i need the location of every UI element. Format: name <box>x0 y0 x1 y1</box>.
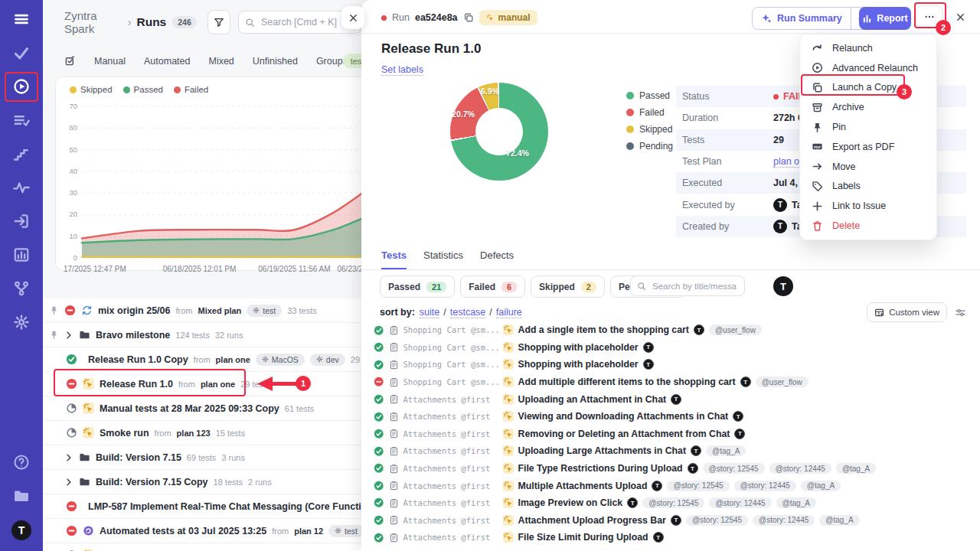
run-plan-link[interactable]: plan 12 <box>294 527 323 536</box>
tab-defects[interactable]: Defects <box>480 249 514 269</box>
sidebar-item-steps[interactable] <box>13 145 30 162</box>
run-from-label: from <box>194 355 211 364</box>
run-row[interactable]: LMP-587 Implement Real-Time Chat Messagi… <box>43 494 361 519</box>
manual-test-icon <box>503 532 514 543</box>
run-from-label: from <box>155 429 172 438</box>
sidebar-item-bar-chart[interactable] <box>13 246 30 263</box>
run-row[interactable]: Build: Version 7.15 Copy18 tests2 runs <box>43 470 361 494</box>
filter-button[interactable] <box>207 10 230 34</box>
close-detail-button[interactable] <box>951 8 969 26</box>
run-summary-button-group[interactable]: Run Summary <box>752 7 875 30</box>
test-row[interactable]: Attachments @firstFile Size Limit During… <box>374 529 974 546</box>
clipboard-icon <box>389 342 399 352</box>
copy-run-id-icon[interactable] <box>463 12 474 23</box>
test-row[interactable]: Attachments @firstUploading an Attachmen… <box>374 390 974 408</box>
sort-by-failure[interactable]: failure <box>496 307 522 318</box>
assignee-filter-avatar[interactable]: T <box>773 276 793 296</box>
test-row[interactable]: Attachments @firstUploading Large Attach… <box>374 442 974 460</box>
filter-passed[interactable]: Passed21 <box>380 276 455 298</box>
menu-item-delete[interactable]: Delete <box>800 216 936 236</box>
report-button[interactable]: Report <box>859 7 911 30</box>
menu-item-pin[interactable]: Pin <box>800 117 936 137</box>
sidebar-item-folder-fill[interactable] <box>13 487 30 504</box>
minus-circle-icon <box>64 305 76 316</box>
chevron-right-icon[interactable] <box>64 478 74 487</box>
test-suite: Attachments @first <box>403 498 498 507</box>
run-row[interactable]: mix origin 25/06fromMixed plantest33 tes… <box>43 298 361 323</box>
tab-automated[interactable]: Automated <box>144 56 190 67</box>
custom-view-button[interactable]: Custom view <box>867 302 947 322</box>
breadcrumb-project[interactable]: Zyntra Spark <box>64 9 122 35</box>
menu-item-archive[interactable]: Archive <box>800 97 936 117</box>
test-row[interactable]: Attachments @firstFile Type Restrictions… <box>374 460 974 478</box>
test-row[interactable]: Shopping Cart @sm...Add multiple differe… <box>374 373 974 391</box>
sort-by-suite[interactable]: suite <box>420 307 439 318</box>
menu-icon[interactable] <box>13 11 30 28</box>
menu-item-move[interactable]: Move <box>800 157 936 177</box>
menu-item-export-as-pdf[interactable]: PDFExport as PDF <box>800 137 936 157</box>
filter-skipped[interactable]: Skipped2 <box>531 276 605 298</box>
menu-item-labels[interactable]: Labels <box>800 177 936 197</box>
sidebar-item-help[interactable] <box>13 454 30 471</box>
runs-search-input[interactable] <box>260 16 354 28</box>
test-plan-link[interactable]: plan o <box>773 156 799 168</box>
run-row[interactable]: Manual tests at 28 Mar 2025 09:33 (Relau… <box>43 543 361 551</box>
app: T Zyntra Spark › Runs 246 ManualAutomate… <box>0 0 980 551</box>
test-row[interactable]: Attachments @firstMultiple Attachments U… <box>374 477 974 494</box>
sidebar-item-tasks-check[interactable] <box>13 44 30 61</box>
sort-options: suite/testcase/failure <box>420 307 522 318</box>
tests-search[interactable] <box>630 276 745 296</box>
test-tag: @tag_A <box>776 497 816 508</box>
view-settings-icon[interactable] <box>955 307 966 318</box>
test-row[interactable]: Shopping Cart @sm...Shopping with placeh… <box>374 339 974 357</box>
menu-item-relaunch[interactable]: Relaunch <box>800 38 936 58</box>
tab-unfinished[interactable]: Unfinished <box>253 56 298 67</box>
detail-label: Duration <box>676 112 773 123</box>
tab-tests[interactable]: Tests <box>381 249 407 269</box>
set-labels-link[interactable]: Set labels <box>381 64 423 76</box>
run-row[interactable]: Smoke runfromplan 12315 tests <box>43 421 361 445</box>
menu-item-link-to-issue[interactable]: Link to Issue <box>800 196 936 216</box>
run-plan-link[interactable]: Mixed plan <box>198 306 241 315</box>
filter-failed[interactable]: Failed6 <box>460 276 525 298</box>
test-row[interactable]: Shopping Cart @sm...Shopping with placeh… <box>374 356 974 373</box>
user-avatar[interactable]: T <box>11 520 31 540</box>
tests-search-input[interactable] <box>651 281 738 292</box>
tab-statistics[interactable]: Statistics <box>423 249 463 269</box>
donut-legend-pending: Pending <box>626 141 673 152</box>
test-row[interactable]: Shopping Cart @sm...Add a single item to… <box>374 321 974 339</box>
tab-manual[interactable]: Manual <box>94 56 126 67</box>
sidebar-item-gear[interactable] <box>13 314 30 331</box>
sidebar-item-pulse[interactable] <box>13 179 30 196</box>
run-row[interactable]: Automated tests at 03 Jul 2025 13:25from… <box>43 519 361 543</box>
multi-select-icon[interactable] <box>64 55 76 67</box>
panel-close-button[interactable] <box>341 6 364 29</box>
pin-menu-icon <box>812 122 823 133</box>
run-name: Bravo milestone <box>96 330 170 341</box>
run-row[interactable]: Manual tests at 28 Mar 2025 09:33 Copy61… <box>43 396 361 421</box>
run-row[interactable]: Build: Version 7.1569 tests3 runs <box>43 445 361 470</box>
legend-item-skipped: Skipped <box>70 85 113 94</box>
runs-history-chart-card: SkippedPassedFailed 01020304050607017/20… <box>55 77 384 271</box>
tab-mixed[interactable]: Mixed <box>208 56 234 67</box>
check-circle-icon <box>374 463 384 474</box>
sort-by-testcase[interactable]: testcase <box>450 307 486 318</box>
test-row[interactable]: Attachments @firstImage Preview on Click… <box>374 494 974 512</box>
test-row[interactable]: Attachments @firstAttachment Upload Prog… <box>374 512 974 530</box>
test-title: Image Preview on Click <box>518 497 623 508</box>
sidebar-item-branch[interactable] <box>13 280 30 297</box>
sidebar-item-list-check[interactable] <box>13 112 30 129</box>
sidebar-item-sign-in[interactable] <box>13 213 30 230</box>
test-row[interactable]: Attachments @firstViewing and Downloadin… <box>374 408 974 425</box>
donut-legend-skipped: Skipped <box>626 124 673 135</box>
run-row[interactable]: Bravo milestone124 tests32 runs <box>43 323 361 347</box>
chevron-right-icon[interactable] <box>64 453 74 462</box>
chevron-right-icon[interactable] <box>64 331 74 340</box>
run-plan-link[interactable]: plan 123 <box>177 429 211 438</box>
run-detail-header: Run ea524e8a manual Run Summary Report <box>361 0 980 34</box>
test-row[interactable]: Attachments @firstRemoving or Deleting a… <box>374 425 974 443</box>
automated-icon <box>83 525 94 536</box>
passed-dot-icon <box>626 92 634 99</box>
run-plan-link[interactable]: plan one <box>216 355 250 364</box>
test-tag: @story: 12445 <box>753 515 815 526</box>
